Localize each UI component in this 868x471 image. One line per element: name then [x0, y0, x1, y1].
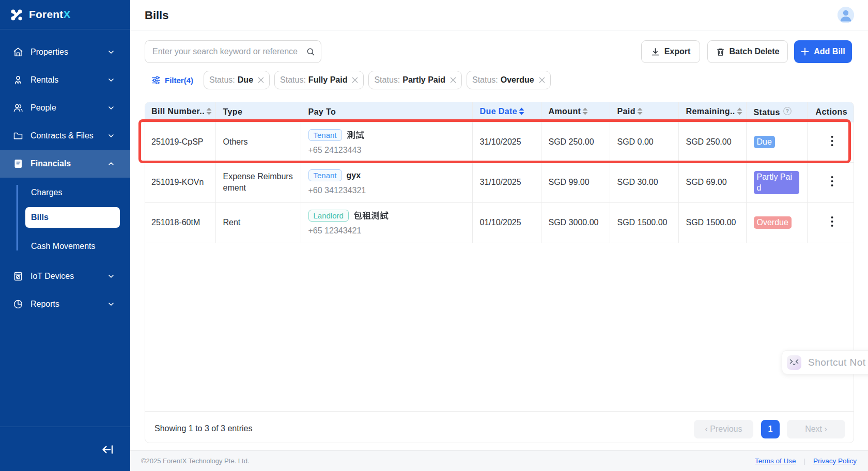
svg-text:?: ? — [786, 108, 789, 114]
